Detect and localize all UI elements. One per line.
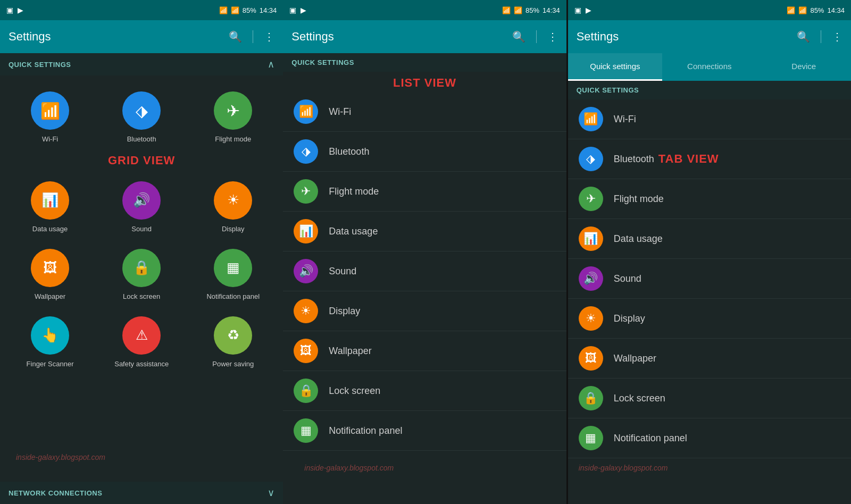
display-icon-circle: ☀ [214, 181, 252, 220]
display-icon-tab: ☀ [586, 312, 596, 325]
grid-item-flightmode[interactable]: ✈ Flight mode [187, 84, 279, 152]
list-item-wifi[interactable]: 📶 Wi-Fi [283, 92, 566, 132]
list-item-notificationpanel[interactable]: ▦ Notification panel [283, 411, 566, 451]
tab-list-item-flightmode[interactable]: ✈ Flight mode [568, 179, 851, 219]
tab-flightmode-label: Flight mode [614, 194, 664, 205]
grid-item-wallpaper[interactable]: 🖼 Wallpaper [4, 241, 96, 309]
signal-icon-2: 📶 [514, 6, 522, 14]
tab-wallpaper-label: Wallpaper [614, 353, 656, 364]
tab-datausage-icon: 📊 [579, 226, 603, 251]
list-flightmode-label: Flight mode [329, 186, 379, 197]
list-flightmode-icon: ✈ [294, 179, 318, 204]
tab-list-item-datausage[interactable]: 📊 Data usage [568, 219, 851, 259]
status-bar-3: ▣ ▶ 📶 📶 85% 14:34 [568, 0, 851, 20]
grid-item-fingerscanner[interactable]: 👆 Finger Scanner [4, 309, 96, 376]
tab-wifi-label: Wi-Fi [614, 114, 636, 125]
tab-list-item-sound[interactable]: 🔊 Sound [568, 259, 851, 299]
list-wallpaper-icon: 🖼 [294, 339, 318, 363]
quick-settings-header-1: QUICK SETTINGS ∧ [0, 53, 283, 75]
bluetooth-label: Bluetooth [127, 135, 156, 144]
app-bar-3: Settings 🔍 ⋮ [568, 20, 851, 53]
sound-icon: 🔊 [133, 192, 150, 208]
grid-item-lockscreen[interactable]: 🔒 Lock screen [96, 241, 187, 309]
signal-icon-3: 📶 [798, 6, 807, 14]
fingerscanner-icon-circle: 👆 [31, 316, 69, 355]
expand-icon[interactable]: ∨ [268, 487, 274, 499]
grid-item-safety[interactable]: ⚠ Safety assistance [96, 309, 187, 376]
notificationpanel-icon-list: ▦ [301, 424, 312, 438]
list-item-datausage[interactable]: 📊 Data usage [283, 212, 566, 251]
app-bar-icons-2: 🔍 ⋮ [512, 30, 558, 43]
sound-icon-circle: 🔊 [122, 181, 161, 220]
tab-list-item-wallpaper[interactable]: 🖼 Wallpaper [568, 339, 851, 379]
list-item-sound[interactable]: 🔊 Sound [283, 251, 566, 291]
flightmode-icon: ✈ [227, 102, 240, 120]
grid-item-notificationpanel[interactable]: ▦ Notification panel [187, 241, 279, 309]
list-content: LIST VIEW 📶 Wi-Fi ⬗ Bluetooth ✈ Flight m… [283, 72, 566, 504]
status-bar-left-3: ▣ ▶ [574, 6, 591, 14]
grid-item-datausage[interactable]: 📊 Data usage [4, 174, 96, 241]
menu-icon-2[interactable]: ⋮ [547, 30, 558, 43]
list-item-bluetooth[interactable]: ⬗ Bluetooth [283, 132, 566, 172]
wifi-status-icon-3: 📶 [787, 6, 795, 14]
bluetooth-icon-tab: ⬗ [586, 152, 595, 166]
tab-quick-settings[interactable]: Quick settings [568, 53, 662, 81]
list-notificationpanel-icon: ▦ [294, 418, 318, 443]
tab-connections[interactable]: Connections [662, 53, 756, 81]
list-item-flightmode[interactable]: ✈ Flight mode [283, 172, 566, 212]
list-wifi-icon: 📶 [294, 99, 318, 124]
grid-item-wifi[interactable]: 📶 Wi-Fi [4, 84, 96, 152]
play-icon: ▶ [18, 6, 23, 14]
fingerscanner-icon: 👆 [41, 327, 59, 343]
search-icon-2[interactable]: 🔍 [512, 30, 525, 43]
grid-item-sound[interactable]: 🔊 Sound [96, 174, 187, 241]
notificationpanel-icon-tab: ▦ [585, 431, 596, 445]
list-notificationpanel-label: Notification panel [329, 425, 402, 436]
datausage-icon-tab: 📊 [583, 232, 598, 246]
status-bar-2: ▣ ▶ 📶 📶 85% 14:34 [283, 0, 566, 20]
search-icon-3[interactable]: 🔍 [797, 30, 810, 43]
list-sound-icon: 🔊 [294, 259, 318, 283]
list-display-icon: ☀ [294, 299, 318, 323]
screenshot-icon-2: ▣ [289, 6, 296, 14]
search-icon-1[interactable]: 🔍 [229, 30, 242, 43]
panel-tab: ▣ ▶ 📶 📶 85% 14:34 Settings 🔍 ⋮ Quick set… [568, 0, 851, 504]
tab-device[interactable]: Device [757, 53, 851, 81]
display-icon-list: ☀ [301, 304, 311, 318]
tab-wifi-icon: 📶 [579, 107, 603, 131]
sound-icon-tab: 🔊 [583, 272, 598, 285]
collapse-icon-1[interactable]: ∧ [268, 58, 274, 70]
wifi-label: Wi-Fi [42, 135, 58, 144]
grid-item-display[interactable]: ☀ Display [187, 174, 279, 241]
flightmode-icon-tab: ✈ [586, 192, 596, 206]
display-label: Display [222, 225, 245, 234]
network-connections-footer: NETWORK CONNECTIONS ∨ [0, 482, 283, 504]
menu-icon-3[interactable]: ⋮ [832, 30, 842, 43]
tab-bar: Quick settings Connections Device [568, 53, 851, 81]
tab-lockscreen-label: Lock screen [614, 393, 665, 404]
list-item-display[interactable]: ☀ Display [283, 291, 566, 331]
tab-list-item-notificationpanel[interactable]: ▦ Notification panel [568, 418, 851, 458]
tab-list-item-lockscreen[interactable]: 🔒 Lock screen [568, 379, 851, 418]
tab-lockscreen-icon: 🔒 [579, 386, 603, 410]
datausage-icon-circle: 📊 [31, 181, 69, 220]
tab-list-item-display[interactable]: ☀ Display [568, 299, 851, 339]
time-3: 14:34 [827, 6, 845, 14]
wallpaper-icon-tab: 🖼 [585, 351, 597, 365]
grid-item-powersaving[interactable]: ♻ Power saving [187, 309, 279, 376]
tab-list-item-wifi[interactable]: 📶 Wi-Fi [568, 99, 851, 139]
lockscreen-icon-list: 🔒 [299, 384, 313, 398]
list-item-lockscreen[interactable]: 🔒 Lock screen [283, 371, 566, 411]
grid-view-label: GRID VIEW [9, 152, 274, 174]
tab-connections-label: Connections [687, 62, 731, 71]
list-wifi-label: Wi-Fi [329, 106, 351, 117]
grid-item-bluetooth[interactable]: ⬗ Bluetooth [96, 84, 187, 152]
tab-display-label: Display [614, 313, 645, 324]
tab-display-icon: ☀ [579, 306, 603, 331]
tab-device-label: Device [791, 62, 816, 71]
list-item-wallpaper[interactable]: 🖼 Wallpaper [283, 331, 566, 371]
menu-icon-1[interactable]: ⋮ [264, 30, 274, 43]
play-icon-2: ▶ [301, 6, 306, 14]
tab-list-item-bluetooth[interactable]: ⬗ Bluetooth TAB VIEW [568, 139, 851, 179]
bluetooth-icon: ⬗ [136, 102, 148, 120]
